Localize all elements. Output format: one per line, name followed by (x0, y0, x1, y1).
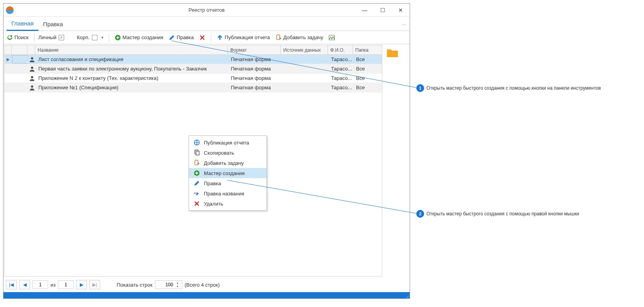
pager-next-button[interactable]: ▶ (76, 280, 87, 289)
spin-down-icon[interactable]: ▼ (175, 285, 180, 288)
spin-up-icon[interactable]: ▲ (175, 281, 180, 285)
globe-icon (194, 139, 200, 146)
minimize-button[interactable]: — (356, 4, 374, 17)
column-header-format[interactable]: Формат (228, 45, 281, 54)
close-button[interactable]: ✕ (392, 4, 410, 17)
row-selector[interactable] (12, 55, 28, 63)
row-selector[interactable] (12, 83, 28, 92)
pager-last-button[interactable]: ▶| (89, 280, 100, 289)
menu-add-task-label: Добавить задачу (204, 160, 244, 166)
search-label: Поиск (14, 34, 29, 40)
pager-prev-button[interactable]: ◀ (19, 280, 30, 289)
master-create-label: Мастер создания (122, 34, 163, 40)
callout-1: 1 Открыть мастер быстрого создания с пом… (416, 84, 601, 92)
toolbar-separator (109, 33, 109, 42)
status-bar: ◢ (4, 292, 410, 298)
cell-fio: Тарасо... (329, 83, 354, 92)
toolbar-separator (34, 33, 34, 42)
menu-edit-label: Правка (204, 181, 221, 186)
data-grid: Название Формат Источник данных Ф.И.О. П… (4, 45, 382, 276)
menu-publish-label: Публикация отчета (204, 140, 249, 146)
menu-rename[interactable]: AB Правка названия (189, 188, 266, 199)
pencil-icon (169, 34, 175, 41)
image-button[interactable] (327, 34, 336, 42)
cell-folder: Все (354, 64, 382, 73)
edit-label: Правка (176, 34, 194, 40)
cell-name: Лист согласования и спецификация (36, 55, 228, 64)
column-header-name[interactable]: Название (35, 45, 228, 54)
tab-edit[interactable]: Правка (38, 18, 68, 31)
app-icon (6, 6, 14, 14)
svg-rect-10 (196, 151, 199, 155)
cell-format: Печатная форма (228, 74, 282, 83)
cell-source (282, 55, 329, 64)
menu-delete-label: Удалить (204, 201, 223, 207)
column-header-fio[interactable]: Ф.И.О. (328, 45, 353, 54)
x-icon (194, 200, 200, 207)
menu-edit[interactable]: Правка (189, 178, 266, 188)
cell-name: Приложение №1 (Спецификация) (36, 83, 228, 92)
resize-grip-icon[interactable]: ◢ (406, 295, 409, 298)
cell-name: Приложение N 2 к контракту (Тех. характе… (36, 74, 228, 83)
personal-checkbox[interactable]: ✓ (59, 35, 64, 40)
collapse-ribbon-button[interactable]: ︿ (402, 21, 407, 27)
x-icon (199, 34, 205, 41)
column-header-folder[interactable]: Папка (353, 45, 382, 54)
indicator-column-header (5, 45, 12, 54)
column-header-source[interactable]: Источник данных (281, 45, 328, 54)
pager-page-input[interactable] (32, 280, 48, 289)
edit-button[interactable]: Правка (167, 34, 195, 42)
content-area: Название Формат Источник данных Ф.И.О. П… (4, 44, 410, 277)
tab-main[interactable]: Главная (7, 18, 38, 31)
row-selector[interactable] (12, 65, 28, 73)
chevron-down-icon[interactable]: ▾ (100, 35, 105, 40)
callout-number: 2 (416, 210, 424, 218)
pager-total-pages (58, 280, 74, 289)
table-row[interactable]: Первая часть заявки по электронному аукц… (5, 64, 382, 74)
icon-column-header (27, 45, 35, 54)
cell-format: Печатная форма (228, 64, 282, 73)
toolbar-separator (211, 33, 211, 42)
arrow-up-icon (217, 34, 223, 41)
add-task-button[interactable]: Добавить задачу (274, 34, 325, 42)
clipboard-plus-icon (194, 160, 200, 166)
pager-rows-value[interactable] (155, 282, 175, 288)
table-row[interactable]: Приложение N 2 к контракту (Тех. характе… (5, 74, 382, 83)
publish-report-button[interactable]: Публикация отчета (215, 34, 272, 42)
cell-source (282, 83, 329, 92)
add-task-label: Добавить задачу (283, 34, 323, 40)
corp-checkbox[interactable] (92, 35, 97, 40)
delete-button[interactable] (198, 34, 207, 42)
person-icon (28, 83, 36, 92)
pager-rows-spinner[interactable]: ▲▼ (155, 280, 182, 289)
cell-fio: Тарасо... (329, 74, 354, 83)
pager-first-button[interactable]: |◀ (6, 280, 17, 289)
table-row[interactable]: ▶ Лист согласования и спецификация Печат… (5, 55, 382, 64)
cell-folder: Все (354, 83, 382, 92)
folder-icon[interactable] (386, 54, 399, 60)
menu-delete[interactable]: Удалить (189, 199, 266, 209)
menu-copy-label: Скопировать (204, 150, 234, 156)
table-row[interactable]: Приложение №1 (Спецификация) Печатная фо… (5, 83, 382, 92)
personal-label: Личный (38, 34, 56, 40)
pager-total-rows: (Всего 4 строк) (185, 282, 220, 288)
menu-publish-report[interactable]: Публикация отчета (189, 137, 266, 148)
context-menu: Публикация отчета Скопировать Добавить з… (189, 135, 267, 211)
svg-point-4 (31, 57, 33, 60)
search-button[interactable]: Поиск (5, 34, 30, 42)
selector-column-header (12, 45, 27, 54)
menu-copy[interactable]: Скопировать (189, 148, 266, 158)
window-controls: — ☐ ✕ (356, 4, 410, 17)
master-create-button[interactable]: Мастер создания (113, 34, 165, 42)
menu-add-task[interactable]: Добавить задачу (189, 158, 266, 168)
window-title: Реестр отчетов (189, 7, 225, 13)
cell-format: Печатная форма (228, 55, 282, 64)
pager-of-label: из (50, 282, 56, 288)
maximize-button[interactable]: ☐ (374, 4, 392, 17)
pager: |◀ ◀ из ▶ ▶| Показать строк ▲▼ (Всего 4 … (4, 277, 410, 292)
row-indicator (5, 74, 12, 83)
row-selector[interactable] (12, 74, 28, 82)
copy-icon (194, 150, 200, 156)
menu-master-create[interactable]: Мастер создания (189, 168, 266, 178)
titlebar: Реестр отчетов — ☐ ✕ (4, 4, 410, 17)
